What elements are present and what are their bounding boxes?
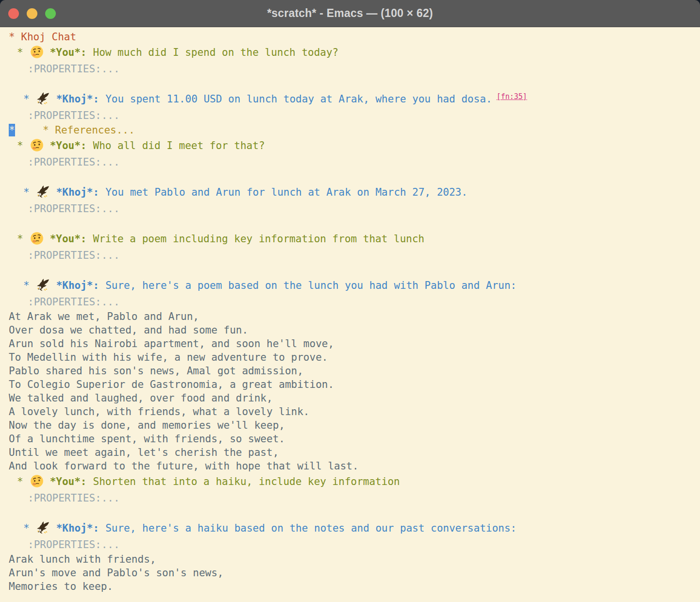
- speaker-label: *Khoj*:: [56, 93, 100, 105]
- blank-line: [9, 506, 700, 519]
- speaker-label: *You*:: [50, 476, 87, 487]
- message-text: You met Pablo and Arun for lunch at Arak…: [105, 186, 467, 198]
- buffer-title-line: * Khoj Chat: [9, 30, 700, 44]
- properties-drawer[interactable]: :PROPERTIES:...: [28, 63, 120, 75]
- text-line: Of a lunchtime spent, with friends, so s…: [9, 432, 700, 446]
- body-text: Arun sold his Nairobi apartment, and soo…: [9, 338, 334, 350]
- properties-drawer-line: :PROPERTIES:...: [9, 201, 700, 217]
- user-message-line: **You*:Shorten that into a haiku, includ…: [9, 473, 700, 490]
- text-line: Arun sold his Nairobi apartment, and soo…: [9, 337, 700, 351]
- message-text: Sure, here's a poem based on the lunch y…: [105, 280, 517, 291]
- blank-line: [9, 217, 700, 230]
- org-heading-text: * Khoj Chat: [9, 31, 76, 43]
- khoj-message-line: **Khoj*:Sure, here's a haiku based on th…: [9, 519, 700, 537]
- editor-buffer[interactable]: * Khoj Chat**You*:How much did I spend o…: [0, 27, 700, 602]
- body-text: To Medellin with his wife, a new adventu…: [9, 351, 328, 363]
- text-line: Until we meet again, let's cherish the p…: [9, 446, 700, 459]
- body-text: Arun's move and Pablo's son's news,: [9, 567, 224, 579]
- org-star: *: [23, 280, 30, 291]
- text-line: Pablo shared his son's news, Amal got ad…: [9, 364, 700, 378]
- user-message-line: **You*:How much did I spend on the lunch…: [9, 44, 700, 61]
- text-line: Arun's move and Pablo's son's news,: [9, 566, 700, 580]
- user-message-line: **You*:Write a poem including key inform…: [9, 230, 700, 248]
- blank-line: [9, 170, 700, 184]
- text-line: Over dosa we chatted, and had some fun.: [9, 323, 700, 337]
- khoj-message-line: **Khoj*:You spent 11.00 USD on lunch tod…: [9, 90, 700, 108]
- org-star: *: [17, 476, 23, 487]
- text-line: Now the day is done, and memories we'll …: [9, 418, 700, 432]
- message-text: How much did I spend on the lunch today?: [93, 47, 339, 58]
- message-text: Write a poem including key information f…: [93, 233, 425, 245]
- khoj-message-line: **Khoj*:Sure, here's a poem based on the…: [9, 277, 700, 294]
- properties-drawer[interactable]: :PROPERTIES:...: [28, 492, 120, 504]
- thinking-face-icon: [30, 232, 44, 245]
- body-text: Now the day is done, and memories we'll …: [9, 419, 285, 431]
- text-line: Memories to keep.: [9, 580, 700, 593]
- title-bar[interactable]: *scratch* - Emacs — (100 × 62): [0, 0, 700, 27]
- properties-drawer[interactable]: :PROPERTIES:...: [28, 296, 120, 308]
- thinking-face-icon: [30, 474, 44, 488]
- properties-drawer-line: :PROPERTIES:...: [9, 61, 700, 77]
- body-text: At Arak we met, Pablo and Arun,: [9, 311, 199, 322]
- thinking-face-icon: [30, 45, 44, 59]
- body-text: Arak lunch with friends,: [9, 553, 156, 565]
- properties-drawer[interactable]: :PROPERTIES:...: [28, 203, 120, 215]
- blank-line: [9, 263, 700, 277]
- text-line: We talked and laughed, over food and dri…: [9, 391, 700, 405]
- window-title: *scratch* - Emacs — (100 × 62): [0, 7, 700, 20]
- body-text: We talked and laughed, over food and dri…: [9, 392, 273, 404]
- properties-drawer-line: :PROPERTIES:...: [9, 294, 700, 310]
- body-text: To Colegio Superior de Gastronomia, a gr…: [9, 379, 334, 390]
- speaker-label: *You*:: [50, 47, 87, 58]
- properties-drawer-line: :PROPERTIES:...: [9, 108, 700, 123]
- footnote-link[interactable]: [fn:35]: [497, 92, 527, 101]
- text-line: A lovely lunch, with friends, what a lov…: [9, 405, 700, 418]
- org-star: *: [23, 93, 30, 105]
- org-star: *: [17, 140, 23, 151]
- body-text: A lovely lunch, with friends, what a lov…: [9, 406, 310, 418]
- khoj-message-line: **Khoj*:You met Pablo and Arun for lunch…: [9, 184, 700, 201]
- org-star: *: [17, 233, 23, 245]
- speaker-label: *You*:: [50, 140, 87, 151]
- speaker-label: *You*:: [50, 233, 87, 245]
- text-line: To Colegio Superior de Gastronomia, a gr…: [9, 378, 700, 391]
- message-text: Who all did I meet for that?: [93, 140, 265, 151]
- body-text: Over dosa we chatted, and had some fun.: [9, 324, 248, 336]
- properties-drawer[interactable]: :PROPERTIES:...: [28, 539, 120, 551]
- body-text: Pablo shared his son's news, Amal got ad…: [9, 365, 303, 377]
- text-line: Arak lunch with friends,: [9, 552, 700, 566]
- text-line: To Medellin with his wife, a new adventu…: [9, 351, 700, 364]
- speaker-label: *Khoj*:: [56, 522, 100, 534]
- body-text: Of a lunchtime spent, with friends, so s…: [9, 433, 285, 445]
- eagle-icon: [36, 92, 50, 105]
- blank-line: [9, 77, 700, 90]
- emacs-window: *scratch* - Emacs — (100 × 62) * Khoj Ch…: [0, 0, 700, 602]
- references-line: ** References...: [9, 123, 700, 137]
- properties-drawer[interactable]: :PROPERTIES:...: [28, 110, 120, 121]
- text-cursor: *: [9, 124, 15, 136]
- eagle-icon: [36, 521, 50, 535]
- text-line: At Arak we met, Pablo and Arun,: [9, 310, 700, 323]
- body-text: Memories to keep.: [9, 581, 113, 592]
- references-heading[interactable]: * References...: [43, 124, 135, 136]
- speaker-label: *Khoj*:: [56, 280, 100, 291]
- properties-drawer-line: :PROPERTIES:...: [9, 537, 700, 552]
- properties-drawer[interactable]: :PROPERTIES:...: [28, 250, 120, 261]
- thinking-face-icon: [30, 138, 44, 152]
- properties-drawer-line: :PROPERTIES:...: [9, 248, 700, 263]
- properties-drawer-line: :PROPERTIES:...: [9, 490, 700, 506]
- message-text: Sure, here's a haiku based on the notes …: [105, 522, 517, 534]
- user-message-line: **You*:Who all did I meet for that?: [9, 137, 700, 154]
- eagle-icon: [36, 185, 50, 199]
- org-star: *: [23, 186, 30, 198]
- eagle-icon: [36, 278, 50, 292]
- org-star: *: [23, 522, 30, 534]
- org-star: *: [17, 47, 23, 58]
- body-text: And look forward to the future, with hop…: [9, 460, 359, 472]
- message-text: You spent 11.00 USD on lunch today at Ar…: [105, 93, 492, 105]
- text-line: And look forward to the future, with hop…: [9, 459, 700, 473]
- properties-drawer[interactable]: :PROPERTIES:...: [28, 156, 120, 168]
- message-text: Shorten that into a haiku, include key i…: [93, 476, 400, 487]
- body-text: Until we meet again, let's cherish the p…: [9, 447, 279, 458]
- properties-drawer-line: :PROPERTIES:...: [9, 154, 700, 170]
